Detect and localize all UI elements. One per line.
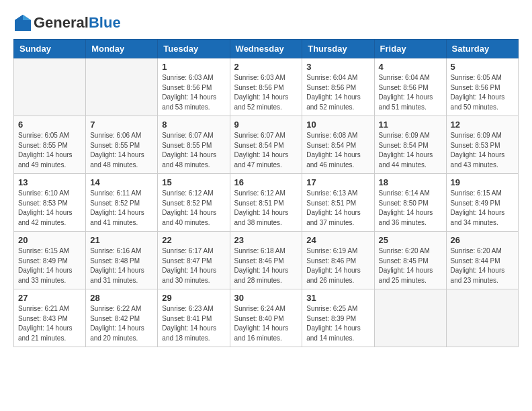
day-header-thursday: Thursday <box>302 40 374 58</box>
calendar-cell: 6Sunrise: 6:05 AMSunset: 8:55 PMDaylight… <box>14 116 86 174</box>
day-number: 1 <box>162 62 225 72</box>
day-number: 5 <box>451 62 514 72</box>
logo-icon <box>13 13 32 32</box>
calendar-week-row: 27Sunrise: 6:21 AMSunset: 8:43 PMDayligh… <box>14 289 519 347</box>
day-info: Sunrise: 6:20 AMSunset: 8:44 PMDaylight:… <box>451 246 514 285</box>
day-info: Sunrise: 6:09 AMSunset: 8:53 PMDaylight:… <box>451 131 514 170</box>
day-number: 11 <box>379 120 442 130</box>
day-info: Sunrise: 6:21 AMSunset: 8:43 PMDaylight:… <box>18 304 81 343</box>
calendar-cell: 3Sunrise: 6:04 AMSunset: 8:56 PMDaylight… <box>302 58 374 116</box>
day-info: Sunrise: 6:03 AMSunset: 8:56 PMDaylight:… <box>162 73 225 112</box>
day-info: Sunrise: 6:07 AMSunset: 8:55 PMDaylight:… <box>162 131 225 170</box>
day-number: 10 <box>306 120 369 130</box>
day-header-sunday: Sunday <box>14 40 86 58</box>
day-header-saturday: Saturday <box>446 40 518 58</box>
day-info: Sunrise: 6:13 AMSunset: 8:51 PMDaylight:… <box>306 189 369 228</box>
day-info: Sunrise: 6:15 AMSunset: 8:49 PMDaylight:… <box>18 246 81 285</box>
day-info: Sunrise: 6:18 AMSunset: 8:46 PMDaylight:… <box>234 246 298 285</box>
day-number: 2 <box>234 62 298 72</box>
day-info: Sunrise: 6:04 AMSunset: 8:56 PMDaylight:… <box>306 73 369 112</box>
day-number: 24 <box>306 235 369 245</box>
calendar-cell: 9Sunrise: 6:07 AMSunset: 8:54 PMDaylight… <box>230 116 302 174</box>
calendar-cell <box>86 58 158 116</box>
day-header-wednesday: Wednesday <box>230 40 302 58</box>
day-info: Sunrise: 6:12 AMSunset: 8:52 PMDaylight:… <box>162 189 225 228</box>
calendar-cell: 8Sunrise: 6:07 AMSunset: 8:55 PMDaylight… <box>158 116 230 174</box>
calendar-cell: 1Sunrise: 6:03 AMSunset: 8:56 PMDaylight… <box>158 58 230 116</box>
day-number: 17 <box>306 177 369 187</box>
logo-general-text: General <box>34 14 89 31</box>
day-number: 3 <box>306 62 369 72</box>
day-number: 25 <box>379 235 442 245</box>
day-header-monday: Monday <box>86 40 158 58</box>
day-info: Sunrise: 6:07 AMSunset: 8:54 PMDaylight:… <box>234 131 298 170</box>
calendar-cell: 10Sunrise: 6:08 AMSunset: 8:54 PMDayligh… <box>302 116 374 174</box>
day-number: 26 <box>451 235 514 245</box>
day-number: 14 <box>90 177 153 187</box>
day-info: Sunrise: 6:20 AMSunset: 8:45 PMDaylight:… <box>379 246 442 285</box>
calendar-week-row: 13Sunrise: 6:10 AMSunset: 8:53 PMDayligh… <box>14 174 519 232</box>
logo: GeneralBlue <box>13 13 121 32</box>
day-info: Sunrise: 6:09 AMSunset: 8:54 PMDaylight:… <box>379 131 442 170</box>
calendar-cell: 13Sunrise: 6:10 AMSunset: 8:53 PMDayligh… <box>14 174 86 232</box>
day-number: 8 <box>162 120 225 130</box>
calendar-cell: 27Sunrise: 6:21 AMSunset: 8:43 PMDayligh… <box>14 289 86 347</box>
day-number: 12 <box>451 120 514 130</box>
day-number: 19 <box>451 177 514 187</box>
day-number: 6 <box>18 120 81 130</box>
calendar-cell: 16Sunrise: 6:12 AMSunset: 8:51 PMDayligh… <box>230 174 302 232</box>
day-number: 21 <box>90 235 153 245</box>
logo-blue-text: Blue <box>89 14 121 31</box>
calendar-cell: 30Sunrise: 6:24 AMSunset: 8:40 PMDayligh… <box>230 289 302 347</box>
calendar-cell: 20Sunrise: 6:15 AMSunset: 8:49 PMDayligh… <box>14 232 86 289</box>
calendar-cell: 17Sunrise: 6:13 AMSunset: 8:51 PMDayligh… <box>302 174 374 232</box>
day-number: 15 <box>162 177 225 187</box>
calendar-cell: 15Sunrise: 6:12 AMSunset: 8:52 PMDayligh… <box>158 174 230 232</box>
calendar-cell: 22Sunrise: 6:17 AMSunset: 8:47 PMDayligh… <box>158 232 230 289</box>
calendar-week-row: 20Sunrise: 6:15 AMSunset: 8:49 PMDayligh… <box>14 232 519 289</box>
day-info: Sunrise: 6:16 AMSunset: 8:48 PMDaylight:… <box>90 246 153 285</box>
day-info: Sunrise: 6:23 AMSunset: 8:41 PMDaylight:… <box>162 304 225 343</box>
calendar-table: SundayMondayTuesdayWednesdayThursdayFrid… <box>13 39 519 347</box>
calendar-cell: 23Sunrise: 6:18 AMSunset: 8:46 PMDayligh… <box>230 232 302 289</box>
calendar-cell: 5Sunrise: 6:05 AMSunset: 8:56 PMDaylight… <box>446 58 518 116</box>
calendar-cell: 4Sunrise: 6:04 AMSunset: 8:56 PMDaylight… <box>374 58 446 116</box>
calendar-week-row: 1Sunrise: 6:03 AMSunset: 8:56 PMDaylight… <box>14 58 519 116</box>
calendar-cell <box>374 289 446 347</box>
calendar-cell: 19Sunrise: 6:15 AMSunset: 8:49 PMDayligh… <box>446 174 518 232</box>
calendar-cell: 18Sunrise: 6:14 AMSunset: 8:50 PMDayligh… <box>374 174 446 232</box>
day-info: Sunrise: 6:05 AMSunset: 8:55 PMDaylight:… <box>18 131 81 170</box>
calendar-cell: 11Sunrise: 6:09 AMSunset: 8:54 PMDayligh… <box>374 116 446 174</box>
day-header-friday: Friday <box>374 40 446 58</box>
day-number: 7 <box>90 120 153 130</box>
day-info: Sunrise: 6:22 AMSunset: 8:42 PMDaylight:… <box>90 304 153 343</box>
day-number: 13 <box>18 177 81 187</box>
calendar-cell <box>446 289 518 347</box>
calendar-week-row: 6Sunrise: 6:05 AMSunset: 8:55 PMDaylight… <box>14 116 519 174</box>
calendar-cell: 26Sunrise: 6:20 AMSunset: 8:44 PMDayligh… <box>446 232 518 289</box>
calendar-cell: 12Sunrise: 6:09 AMSunset: 8:53 PMDayligh… <box>446 116 518 174</box>
calendar-cell: 29Sunrise: 6:23 AMSunset: 8:41 PMDayligh… <box>158 289 230 347</box>
calendar-cell: 2Sunrise: 6:03 AMSunset: 8:56 PMDaylight… <box>230 58 302 116</box>
calendar-cell: 24Sunrise: 6:19 AMSunset: 8:46 PMDayligh… <box>302 232 374 289</box>
day-info: Sunrise: 6:06 AMSunset: 8:55 PMDaylight:… <box>90 131 153 170</box>
day-info: Sunrise: 6:25 AMSunset: 8:39 PMDaylight:… <box>306 304 369 343</box>
day-info: Sunrise: 6:08 AMSunset: 8:54 PMDaylight:… <box>306 131 369 170</box>
day-info: Sunrise: 6:03 AMSunset: 8:56 PMDaylight:… <box>234 73 298 112</box>
calendar-cell: 31Sunrise: 6:25 AMSunset: 8:39 PMDayligh… <box>302 289 374 347</box>
calendar-cell <box>14 58 86 116</box>
calendar-cell: 28Sunrise: 6:22 AMSunset: 8:42 PMDayligh… <box>86 289 158 347</box>
day-number: 29 <box>162 293 225 303</box>
day-info: Sunrise: 6:17 AMSunset: 8:47 PMDaylight:… <box>162 246 225 285</box>
day-number: 27 <box>18 293 81 303</box>
day-number: 23 <box>234 235 298 245</box>
day-number: 18 <box>379 177 442 187</box>
day-info: Sunrise: 6:11 AMSunset: 8:52 PMDaylight:… <box>90 189 153 228</box>
day-info: Sunrise: 6:14 AMSunset: 8:50 PMDaylight:… <box>379 189 442 228</box>
day-info: Sunrise: 6:05 AMSunset: 8:56 PMDaylight:… <box>451 73 514 112</box>
day-header-tuesday: Tuesday <box>158 40 230 58</box>
day-info: Sunrise: 6:10 AMSunset: 8:53 PMDaylight:… <box>18 189 81 228</box>
day-info: Sunrise: 6:12 AMSunset: 8:51 PMDaylight:… <box>234 189 298 228</box>
day-number: 31 <box>306 293 369 303</box>
day-number: 4 <box>379 62 442 72</box>
